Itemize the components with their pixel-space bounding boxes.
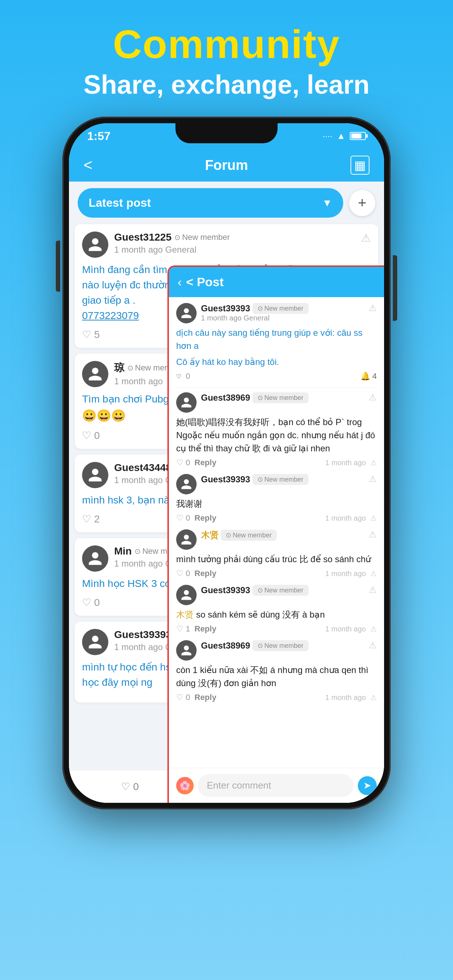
report-sm-icon[interactable]: ⚠ [370, 693, 377, 702]
page-header: Community Share, exchange, learn [0, 0, 453, 114]
latest-post-bar: Latest post ▼ + [69, 181, 384, 224]
comment-report-icon[interactable]: ⚠ [369, 303, 377, 313]
heart-icon: ♡ [176, 373, 181, 380]
comment-report-icon[interactable]: ⚠ [369, 474, 377, 484]
post-meta: Guest31225 New member 1 month ago Genera… [114, 232, 361, 255]
bottom-like-button[interactable]: ♡ 0 [121, 781, 139, 792]
comment-item: 木贤 New member ⚠ mình tưởng phải dùng cấu… [176, 530, 377, 578]
comment-badge: New member [252, 303, 309, 314]
nav-back-icon[interactable]: < [83, 156, 93, 174]
comment-item: Guest38969 New member ⚠ 她(唱歌)唱得没有我好听，bạn… [176, 392, 377, 468]
comment-header: Guest38969 New member ⚠ [176, 640, 377, 660]
phone-frame: 1:57 ···· ▲ < Forum ▦ Latest post [62, 117, 391, 810]
avatar [82, 462, 108, 488]
like-button[interactable]: ♡ 0 [82, 430, 100, 442]
comment-meta: Guest38969 New member [201, 392, 369, 403]
reply-button[interactable]: Reply [195, 693, 216, 702]
like-button[interactable]: ♡ 5 [82, 328, 100, 340]
post-link[interactable]: 0773223079 [82, 310, 139, 321]
comment-report-icon[interactable]: ⚠ [369, 530, 377, 539]
comment-timestamp: 1 month ago [325, 625, 366, 633]
comment-username: 木贤 New member [201, 530, 369, 541]
comment-badge: New member [252, 392, 309, 403]
overlay-panel: ‹ < Post [167, 266, 384, 803]
comment-avatar [176, 474, 196, 495]
reply-button[interactable]: Reply [195, 569, 216, 578]
send-button[interactable]: ➤ [358, 776, 377, 795]
heart-icon: ♡ [121, 781, 130, 792]
comment-timestamp: 1 month ago [325, 694, 366, 702]
comment-report-icon[interactable]: ⚠ [369, 640, 377, 651]
comment-time-cat: 1 month ago General [201, 314, 369, 322]
member-badge: New member [174, 232, 230, 242]
comment-header: Guest39393 New member ⚠ [176, 474, 377, 495]
comment-report-icon[interactable]: ⚠ [369, 392, 377, 402]
comment-meta: Guest39393 New member 1 month ago Genera… [201, 303, 369, 322]
comment-avatar [176, 530, 196, 550]
heart-icon: ♡ 0 [176, 458, 190, 468]
reply-button[interactable]: Reply [195, 624, 216, 634]
report-sm-icon[interactable]: ⚠ [370, 569, 377, 578]
dropdown-arrow-icon: ▼ [322, 197, 332, 209]
heart-icon: ♡ 0 [176, 693, 190, 702]
report-icon[interactable]: ⚠ [361, 232, 371, 244]
battery-icon [350, 132, 366, 140]
report-sm-icon[interactable]: ⚠ [370, 458, 377, 467]
comment-text: 木贤 so sánh kém sẽ dùng 没有 à bạn [176, 608, 377, 621]
heart-icon: ♡ [82, 513, 91, 525]
comment-badge: New member [252, 474, 309, 485]
comment-header: Guest39393 New member 1 month ago Genera… [176, 303, 377, 323]
comment-actions: ♡ 0 Reply 1 month ago ⚠ [176, 693, 377, 702]
comment-badge: New member [252, 585, 309, 596]
status-icons: ···· ▲ [323, 131, 366, 141]
add-icon: + [358, 195, 366, 211]
wifi-icon: ▲ [337, 131, 345, 141]
main-post-content2: Cô ấy hát ko hay bằng tôi. [176, 355, 377, 369]
comment-username: Guest39393 New member [201, 303, 369, 314]
comment-meta: 木贤 New member [201, 530, 369, 541]
nav-chart-icon[interactable]: ▦ [351, 156, 370, 175]
comment-input-bar: 🌸 Enter comment ➤ [169, 768, 384, 803]
comment-header: 木贤 New member ⚠ [176, 530, 377, 550]
like-count: 0 [94, 430, 100, 442]
comment-badge: New member [221, 530, 277, 541]
like-count: 0 [94, 597, 100, 608]
latest-post-button[interactable]: Latest post ▼ [78, 188, 343, 218]
comment-report-icon[interactable]: ⚠ [369, 585, 377, 595]
bottom-likes: 0 [133, 781, 139, 792]
overlay-back-icon[interactable]: ‹ [178, 275, 182, 289]
send-icon: ➤ [363, 780, 371, 791]
post-header: Guest31225 New member 1 month ago Genera… [82, 232, 371, 258]
main-post-actions: ♡ 0 🔔 4 [176, 372, 377, 381]
reply-button[interactable]: Reply [195, 513, 216, 523]
comment-avatar [176, 392, 196, 413]
overlay-content: Guest39393 New member 1 month ago Genera… [169, 297, 384, 768]
comment-timestamp: 1 month ago [325, 514, 366, 522]
heart-icon: ♡ 0 [176, 513, 190, 523]
add-post-button[interactable]: + [349, 190, 375, 216]
comment-badge: New member [252, 640, 309, 651]
comment-actions: ♡ 1 Reply 1 month ago ⚠ [176, 624, 377, 634]
like-button[interactable]: ♡ 0 [82, 597, 100, 608]
comment-input-field[interactable]: Enter comment [198, 774, 353, 797]
nav-title: Forum [205, 158, 248, 173]
comment-actions: ♡ 0 Reply 1 month ago ⚠ [176, 569, 377, 578]
comment-meta: Guest39393 New member [201, 474, 369, 485]
comment-text: 她(唱歌)唱得没有我好听，bạn có thể bỏ P` trog Ngoặc… [176, 415, 377, 455]
report-sm-icon[interactable]: ⚠ [370, 625, 377, 633]
comment-avatar [176, 303, 196, 323]
reply-button[interactable]: Reply [195, 458, 216, 468]
like-button[interactable]: ♡ 2 [82, 513, 100, 525]
report-sm-icon[interactable]: ⚠ [370, 514, 377, 522]
divider [176, 388, 377, 388]
main-post-content1: dịch câu này sang tiếng trung giúp e với… [176, 326, 377, 353]
comment-meta: Guest38969 New member [201, 640, 369, 651]
page-subtitle: Share, exchange, learn [0, 70, 453, 100]
status-notch [175, 123, 278, 143]
avatar [82, 629, 108, 655]
comment-text: còn 1 kiểu nữa xài 不如 á nhưng mà chưa qe… [176, 663, 377, 690]
overlay-nav: ‹ < Post [169, 267, 384, 297]
comment-text: 我谢谢 [176, 497, 377, 511]
comment-username: Guest38969 New member [201, 640, 369, 651]
bell-count-value: 4 [372, 372, 377, 381]
